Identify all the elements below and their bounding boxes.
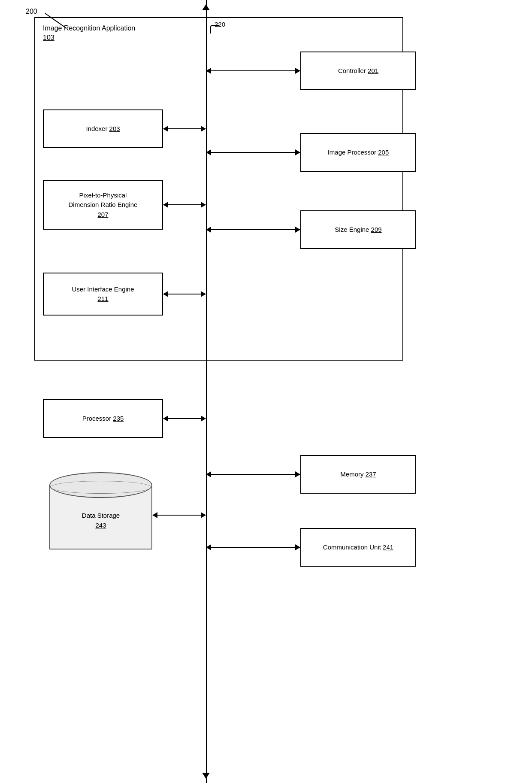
ref-220-curve-icon <box>210 25 219 33</box>
image-processor-box: Image Processor 205 <box>300 133 416 172</box>
memory-box: Memory 237 <box>300 455 416 494</box>
ref-200-label: 200 <box>26 8 37 15</box>
comm-unit-arrow <box>206 547 300 548</box>
data-storage-arrow <box>153 515 206 516</box>
indexer-box: Indexer 203 <box>43 109 163 148</box>
ira-title: Image Recognition Application <box>43 24 135 33</box>
pixel-engine-arrow <box>163 204 206 205</box>
data-storage-label: Data Storage 243 <box>49 511 152 530</box>
ui-engine-arrow <box>163 294 206 294</box>
arrow-top-icon <box>202 4 210 10</box>
size-engine-label: Size Engine 209 <box>335 225 381 235</box>
processor-arrow <box>163 418 206 419</box>
ira-label: Image Recognition Application 103 <box>43 24 135 43</box>
pixel-engine-label: Pixel-to-PhysicalDimension Ratio Engine2… <box>69 191 138 220</box>
size-engine-arrow <box>206 229 300 230</box>
indexer-arrow <box>163 128 206 129</box>
image-processor-label: Image Processor 205 <box>328 148 389 158</box>
diagram: 200 Image Recognition Application 103 22… <box>0 0 532 783</box>
memory-arrow <box>206 474 300 475</box>
ui-engine-box: User Interface Engine211 <box>43 273 163 316</box>
ira-num: 103 <box>43 34 54 41</box>
processor-box: Processor 235 <box>43 399 163 438</box>
processor-label: Processor 235 <box>82 414 124 424</box>
controller-arrow <box>206 70 300 71</box>
cylinder-inner-ellipse <box>50 481 151 494</box>
memory-label: Memory 237 <box>340 470 376 480</box>
comm-unit-box: Communication Unit 241 <box>300 528 416 567</box>
controller-label: Controller 201 <box>338 66 378 76</box>
data-storage-cylinder: Data Storage 243 <box>49 472 152 558</box>
ui-engine-label: User Interface Engine211 <box>72 285 134 304</box>
comm-unit-label: Communication Unit 241 <box>323 543 393 552</box>
indexer-label: Indexer 203 <box>86 124 120 134</box>
arrow-bottom-icon <box>202 773 210 779</box>
size-engine-box: Size Engine 209 <box>300 210 416 249</box>
controller-box: Controller 201 <box>300 52 416 90</box>
pixel-engine-box: Pixel-to-PhysicalDimension Ratio Engine2… <box>43 180 163 230</box>
image-proc-arrow <box>206 152 300 153</box>
